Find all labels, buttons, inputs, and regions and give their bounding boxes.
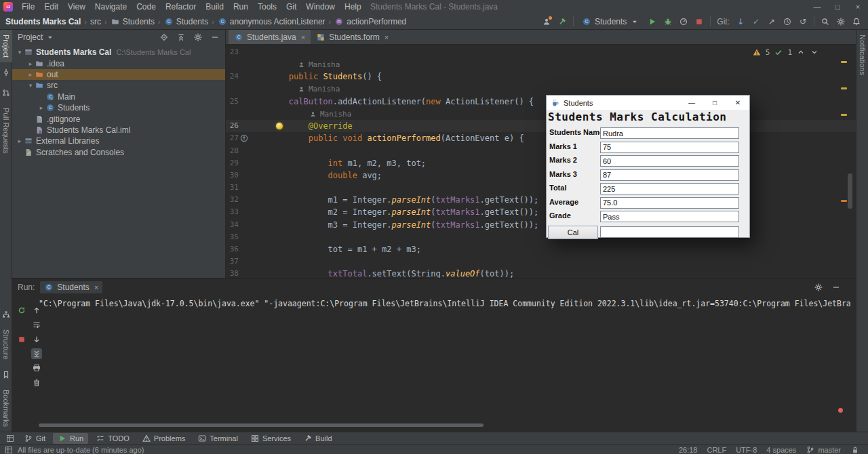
code-line-30[interactable]: 30 double avg;: [226, 169, 856, 182]
build-project-icon[interactable]: [557, 17, 567, 26]
close-icon[interactable]: ×: [94, 283, 98, 291]
menu-view[interactable]: View: [63, 0, 90, 14]
menu-refactor[interactable]: Refactor: [161, 0, 201, 14]
menu-help[interactable]: Help: [340, 0, 366, 14]
tool-stripe-bookmarks[interactable]: Bookmarks: [0, 385, 12, 432]
tool-stripe-structure[interactable]: Structure: [0, 325, 12, 365]
code-line-28[interactable]: 28: [226, 145, 856, 157]
inspections-widget[interactable]: 5 1: [752, 47, 819, 57]
close-icon[interactable]: ×: [848, 0, 868, 14]
author-annotation[interactable]: Manisha: [226, 58, 856, 70]
code-line-25[interactable]: 25 calButton.addActionListener(new Actio…: [226, 96, 856, 108]
tool-window-button-problems[interactable]: Problems: [137, 433, 190, 444]
editor-tab-students-form[interactable]: Students.form×: [311, 30, 394, 44]
layout-icon[interactable]: [4, 445, 14, 454]
tool-window-button-services[interactable]: Services: [245, 433, 296, 444]
status-item-lock[interactable]: [850, 445, 860, 454]
stop-icon[interactable]: [16, 334, 27, 345]
dialog-field-grade[interactable]: [600, 211, 739, 222]
tool-stripe-pull-requests[interactable]: Pull Requests: [0, 103, 12, 159]
close-icon[interactable]: ×: [301, 33, 305, 41]
code-line-24[interactable]: 24 public Students() {: [226, 70, 856, 83]
dialog-field-marks-2[interactable]: [600, 155, 739, 167]
status-item-26-18[interactable]: 26:18: [679, 446, 698, 454]
dialog-title-bar[interactable]: Students — □ ✕: [547, 96, 749, 110]
editor-tab-students-java[interactable]: CStudents.java×: [229, 30, 311, 44]
tree-item-students-marks-cal-iml[interactable]: Students Marks Cal.iml: [12, 125, 225, 136]
minimize-icon[interactable]: —: [680, 96, 703, 110]
code-editor[interactable]: 23Manisha24 public Students() {Manisha25…: [226, 45, 856, 278]
tree-chevron-icon[interactable]: ▸: [26, 60, 35, 67]
code-line-34[interactable]: 34 m3 = Integer.parseInt(txtMarks1.getTe…: [226, 219, 856, 231]
dialog-field-total[interactable]: [600, 183, 739, 194]
dialog-field-average[interactable]: [600, 197, 739, 209]
tree-chevron-icon[interactable]: ▸: [26, 71, 35, 78]
code-line-32[interactable]: 32 m1 = Integer.parseInt(txtMarks1.getTe…: [226, 194, 856, 206]
hide-panel-icon[interactable]: [831, 283, 841, 292]
settings-gear-icon[interactable]: [836, 17, 846, 26]
console-output[interactable]: "C:\Program Files\Java\jdk-17.0.5\bin\ja…: [39, 299, 850, 418]
minimize-icon[interactable]: —: [807, 0, 827, 14]
author-annotation[interactable]: Manisha: [226, 83, 856, 96]
run-button[interactable]: [648, 17, 657, 26]
menu-code[interactable]: Code: [132, 0, 161, 14]
tool-window-button-build[interactable]: Build: [298, 433, 336, 444]
tool-window-button-terminal[interactable]: Terminal: [193, 433, 243, 444]
tool-window-button-run[interactable]: Run: [53, 433, 88, 444]
prev-issue-icon[interactable]: [796, 47, 806, 57]
notifications-bell-icon[interactable]: [852, 17, 861, 26]
tool-stripe-notifications[interactable]: Notifications: [856, 30, 868, 80]
commit-icon[interactable]: [1, 68, 11, 77]
tree-chevron-icon[interactable]: ▾: [26, 82, 35, 89]
status-item-master[interactable]: master: [806, 445, 841, 454]
tree-item-scratches-and-consoles[interactable]: Scratches and Consoles: [12, 147, 225, 158]
run-console-tab[interactable]: C Students ×: [40, 281, 102, 293]
code-line-29[interactable]: 29 int m1, m2, m3, tot;: [226, 157, 856, 169]
editor-scrollbar[interactable]: [848, 173, 852, 209]
gear-icon[interactable]: [814, 283, 823, 292]
tree-item-students[interactable]: ▸CStudents: [12, 102, 225, 113]
status-item-4-spaces[interactable]: 4 spaces: [766, 446, 796, 454]
breadcrumb-item[interactable]: Canonymous ActionListener: [218, 17, 326, 26]
result-field[interactable]: [600, 226, 739, 238]
code-line-35[interactable]: 35: [226, 231, 856, 243]
override-gutter-icon[interactable]: [239, 132, 250, 144]
tree-item--gitignore[interactable]: .gitignore: [12, 113, 225, 124]
breadcrumb-item[interactable]: Students: [111, 17, 155, 26]
structure-icon[interactable]: [1, 310, 11, 319]
git-push-icon[interactable]: ↗: [767, 17, 776, 26]
tree-chevron-icon[interactable]: ▸: [16, 138, 24, 144]
code-line-31[interactable]: 31: [226, 182, 856, 194]
gear-icon[interactable]: [193, 33, 203, 42]
tree-chevron-icon[interactable]: ▾: [16, 49, 24, 56]
author-annotation[interactable]: Manisha: [226, 108, 856, 120]
tree-item--idea[interactable]: ▸.idea: [12, 58, 225, 68]
tree-item-src[interactable]: ▾src: [12, 80, 225, 91]
tree-item-main[interactable]: CMain: [12, 91, 225, 102]
pull-requests-icon[interactable]: [1, 88, 11, 98]
menu-edit[interactable]: Edit: [39, 0, 63, 14]
select-opened-file-icon[interactable]: [159, 33, 169, 42]
maximize-icon[interactable]: □: [827, 0, 848, 14]
dialog-field-marks-3[interactable]: [600, 169, 739, 181]
cal-button[interactable]: Cal: [548, 226, 598, 239]
debug-button[interactable]: [663, 17, 673, 26]
menu-file[interactable]: File: [17, 0, 39, 14]
menu-tools[interactable]: Tools: [253, 0, 281, 14]
project-panel-title[interactable]: Project: [18, 33, 55, 42]
tree-item-external-libraries[interactable]: ▸External Libraries: [12, 136, 225, 146]
tree-item-students-marks-cal[interactable]: ▾Students Marks CalC:\Students Marks Cal: [12, 47, 225, 58]
git-update-icon[interactable]: ↓: [736, 17, 745, 26]
console-horizontal-scrollbar[interactable]: [39, 424, 484, 427]
menu-git[interactable]: Git: [281, 0, 301, 14]
tool-window-button-todo[interactable]: TODO: [91, 433, 134, 444]
tree-chevron-icon[interactable]: ▸: [37, 104, 45, 111]
code-line-38[interactable]: 38 txtTotal.setText(String.valueOf(tot))…: [226, 268, 856, 278]
code-line-37[interactable]: 37: [226, 255, 856, 268]
hide-panel-icon[interactable]: [210, 33, 220, 42]
git-commit-icon[interactable]: ✓: [751, 17, 761, 26]
tool-window-button-git[interactable]: Git: [19, 433, 50, 444]
tree-item-out[interactable]: ▸out: [12, 69, 225, 80]
rollback-icon[interactable]: ↺: [798, 17, 808, 26]
profile-icon[interactable]: [542, 17, 551, 26]
